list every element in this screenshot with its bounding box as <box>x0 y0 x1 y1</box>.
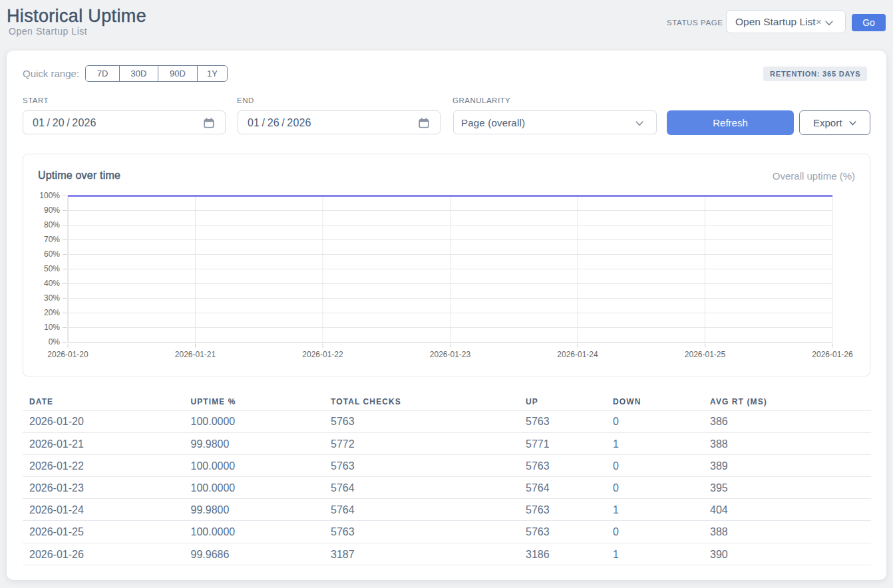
svg-text:2026-01-23: 2026-01-23 <box>430 350 471 359</box>
svg-text:0%: 0% <box>49 337 61 347</box>
svg-text:40%: 40% <box>44 279 60 288</box>
svg-text:2026-01-21: 2026-01-21 <box>175 350 216 359</box>
svg-text:30%: 30% <box>44 293 60 303</box>
svg-text:2026-01-24: 2026-01-24 <box>557 350 598 359</box>
svg-text:80%: 80% <box>44 220 60 229</box>
svg-text:10%: 10% <box>44 323 60 332</box>
svg-text:2026-01-26: 2026-01-26 <box>812 350 853 359</box>
svg-text:2026-01-25: 2026-01-25 <box>685 350 726 359</box>
svg-text:90%: 90% <box>44 206 60 215</box>
svg-text:20%: 20% <box>44 308 60 317</box>
svg-text:2026-01-20: 2026-01-20 <box>47 350 89 359</box>
svg-text:60%: 60% <box>44 249 60 259</box>
svg-text:2026-01-22: 2026-01-22 <box>302 350 343 359</box>
svg-text:100%: 100% <box>39 191 60 200</box>
svg-text:50%: 50% <box>44 264 60 273</box>
svg-text:70%: 70% <box>44 235 60 244</box>
